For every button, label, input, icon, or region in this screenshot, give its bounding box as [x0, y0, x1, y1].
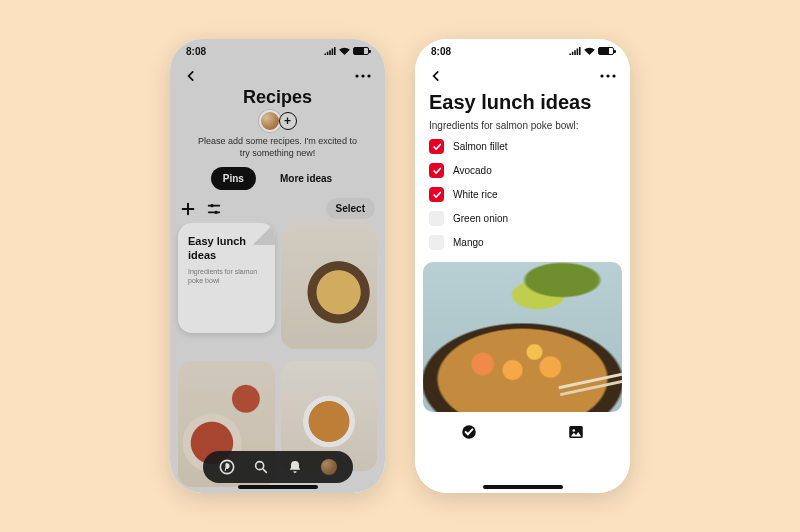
chopsticks-icon [558, 372, 622, 389]
checkbox[interactable] [429, 211, 444, 226]
status-time: 8:08 [431, 46, 451, 57]
note-toolbar [415, 412, 630, 452]
status-bar: 8:08 [170, 39, 385, 63]
pinterest-logo-icon[interactable] [219, 459, 235, 475]
battery-icon [353, 47, 369, 55]
search-icon[interactable] [253, 459, 269, 475]
checklist-tool-icon[interactable] [460, 423, 478, 441]
svg-point-4 [214, 211, 217, 214]
ingredient-item[interactable]: Salmon fillet [429, 139, 616, 154]
svg-point-0 [355, 74, 358, 77]
more-options-button[interactable] [600, 74, 616, 78]
svg-point-12 [573, 429, 576, 432]
status-time: 8:08 [186, 46, 206, 57]
collaborators-row[interactable]: + [170, 110, 385, 132]
svg-point-9 [612, 74, 615, 77]
status-icons [569, 47, 614, 55]
bottom-nav [203, 451, 353, 483]
select-button[interactable]: Select [326, 198, 375, 219]
phone-note-detail: 8:08 Easy lunch ideas Ingredients for sa… [415, 39, 630, 493]
back-button[interactable] [184, 69, 198, 83]
pin-image[interactable] [281, 223, 378, 349]
ingredient-label: White rice [453, 189, 497, 200]
signal-icon [569, 47, 581, 55]
battery-icon [598, 47, 614, 55]
svg-point-8 [606, 74, 609, 77]
ingredient-label: Green onion [453, 213, 508, 224]
svg-point-7 [600, 74, 603, 77]
notifications-icon[interactable] [287, 459, 303, 475]
svg-point-3 [210, 204, 213, 207]
board-tabs: Pins More ideas [170, 167, 385, 190]
checkbox[interactable] [429, 163, 444, 178]
ingredient-label: Avocado [453, 165, 492, 176]
status-bar: 8:08 [415, 39, 630, 63]
wifi-icon [339, 47, 350, 55]
note-subtitle: Ingredients for slamon poke bowl [188, 267, 265, 285]
more-options-button[interactable] [355, 74, 371, 78]
add-pin-button[interactable] [180, 201, 196, 217]
note-fold-icon [253, 223, 275, 245]
status-icons [324, 47, 369, 55]
checkbox[interactable] [429, 187, 444, 202]
ingredient-item[interactable]: White rice [429, 187, 616, 202]
tab-more-ideas[interactable]: More ideas [268, 167, 344, 190]
ingredients-list: Salmon fillet Avocado White rice Green o… [415, 139, 630, 250]
note-pin-card[interactable]: Easy lunch ideas Ingredients for slamon … [178, 223, 275, 333]
signal-icon [324, 47, 336, 55]
note-hero-image[interactable] [423, 262, 622, 412]
board-description: Please add some recipes. I'm excited to … [170, 132, 385, 167]
ingredient-label: Salmon fillet [453, 141, 507, 152]
svg-point-1 [361, 74, 364, 77]
organize-button[interactable] [206, 201, 222, 217]
profile-avatar[interactable] [321, 459, 337, 475]
checkbox[interactable] [429, 139, 444, 154]
checkbox[interactable] [429, 235, 444, 250]
ingredient-item[interactable]: Avocado [429, 163, 616, 178]
tab-pins[interactable]: Pins [211, 167, 256, 190]
avatar [259, 110, 281, 132]
note-title: Easy lunch ideas [415, 89, 630, 120]
home-indicator [483, 485, 563, 489]
wifi-icon [584, 47, 595, 55]
phone-board-view: 8:08 Recipes + Please add some recipes. … [170, 39, 385, 493]
image-tool-icon[interactable] [567, 423, 585, 441]
add-collaborator-button[interactable]: + [279, 112, 297, 130]
ingredient-label: Mango [453, 237, 484, 248]
ingredient-item[interactable]: Mango [429, 235, 616, 250]
note-subtitle: Ingredients for salmon poke bowl: [415, 120, 630, 139]
ingredient-item[interactable]: Green onion [429, 211, 616, 226]
home-indicator [238, 485, 318, 489]
svg-point-2 [367, 74, 370, 77]
back-button[interactable] [429, 69, 443, 83]
board-title: Recipes [170, 87, 385, 108]
